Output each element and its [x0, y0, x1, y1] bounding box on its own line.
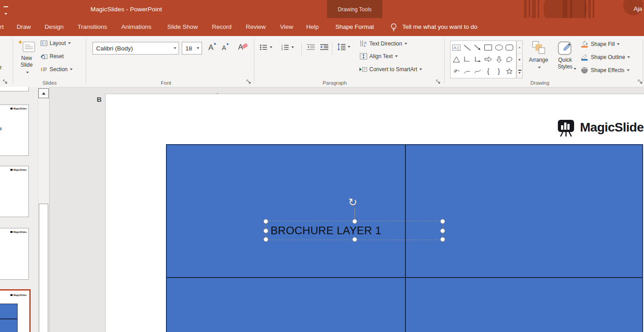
paragraph-dialog-launcher-icon[interactable] — [436, 79, 441, 85]
text-direction-button[interactable]: A Text Direction — [360, 40, 407, 47]
shrink-font-button[interactable]: A▼ — [222, 44, 226, 51]
shape-elbow-arrow-connector-icon[interactable] — [473, 54, 483, 65]
rotate-handle-icon[interactable]: ↻ — [348, 196, 357, 209]
thumbnail-scrollbar-thumb[interactable] — [39, 204, 48, 332]
resize-handle-bottom-center[interactable] — [352, 237, 357, 242]
shape-down-arrow-icon[interactable] — [494, 54, 504, 65]
shape-fill-icon — [581, 40, 589, 48]
account-user-name[interactable]: Aja — [634, 0, 642, 18]
grow-font-button[interactable]: A▲ — [208, 43, 213, 52]
textbox-selection[interactable]: ↻ BROCHURE LAYER 1 — [265, 221, 443, 240]
gallery-scroll-down-button[interactable]: ▼ — [517, 54, 522, 66]
increase-indent-button[interactable] — [320, 44, 328, 50]
shape-elbow-connector-icon[interactable] — [462, 54, 472, 65]
tab-record[interactable]: Record — [212, 18, 232, 36]
shape-curve-icon[interactable] — [473, 65, 483, 77]
shape-freeform-icon[interactable] — [505, 54, 515, 65]
gallery-scroll-up-button[interactable]: ▲ — [517, 41, 522, 54]
thumbnail-slide-partial[interactable] — [0, 87, 29, 91]
tab-view[interactable]: View — [280, 18, 293, 36]
shape-rounded-rectangle-icon[interactable] — [505, 42, 515, 53]
magicslides-logo-icon — [557, 118, 576, 137]
resize-handle-middle-left[interactable] — [263, 228, 268, 233]
convert-to-smartart-button[interactable]: Convert to SmartArt — [359, 66, 422, 73]
tab-review[interactable]: Review — [246, 18, 266, 36]
panel-divider[interactable] — [49, 87, 50, 332]
thumbnail-slide-1[interactable]: MagicSlides ith AI — [0, 105, 29, 156]
clipboard-dialog-launcher-icon[interactable] — [3, 79, 8, 85]
new-slide-button[interactable]: New Slide — [15, 40, 38, 75]
shape-textbox-icon[interactable]: A — [451, 42, 461, 53]
shape-right-brace-icon[interactable]: } — [494, 65, 504, 77]
thumbnail-slide-4-selected[interactable]: MagicSlides — [0, 289, 31, 332]
shape-right-arrow-icon[interactable] — [483, 54, 493, 65]
font-name-combobox[interactable]: Calibri (Body) — [92, 42, 179, 55]
section-button[interactable]: Section — [41, 66, 73, 73]
thumbnail-slide-3[interactable]: MagicSlides — [0, 228, 29, 280]
tab-shape-format[interactable]: Shape Format — [327, 18, 382, 36]
tab-draw[interactable]: Draw — [17, 18, 31, 36]
magicslides-logo-text: MagicSlides — [580, 120, 644, 135]
chevron-down-icon — [70, 68, 73, 70]
thumbnail-scroll-up-button[interactable] — [38, 88, 49, 98]
align-text-button[interactable]: Align Text — [360, 53, 398, 59]
numbering-button[interactable]: 123 — [281, 44, 294, 50]
arrow-up-icon — [42, 92, 46, 95]
tell-me-box[interactable]: Tell me what you want to do — [402, 18, 478, 36]
reset-button[interactable]: Reset — [41, 53, 64, 59]
resize-handle-bottom-left[interactable] — [263, 237, 268, 242]
tab-slide-show[interactable]: Slide Show — [167, 18, 198, 36]
tab-help[interactable]: Help — [306, 18, 319, 36]
line-spacing-button[interactable] — [337, 43, 350, 50]
chevron-down-icon — [405, 43, 407, 45]
powerpoint-window: MagicSlides - PowerPoint Drawing Tools A… — [0, 0, 644, 332]
chevron-down-icon — [174, 47, 176, 49]
chevron-down-icon — [395, 55, 398, 57]
clear-formatting-button[interactable]: A — [238, 43, 243, 51]
shape-effects-button[interactable]: Shape Effects — [581, 66, 630, 74]
resize-handle-top-left[interactable] — [263, 219, 268, 224]
thumbnail-logo-text: MagicSlides — [14, 168, 27, 171]
thumbnail-blue-rect — [0, 319, 18, 332]
shape-fill-button[interactable]: Shape Fill — [581, 40, 620, 48]
new-slide-icon — [18, 40, 36, 55]
shape-oval-icon[interactable] — [494, 42, 504, 53]
font-size-combobox[interactable]: 18 — [182, 42, 202, 55]
shape-triangle-icon[interactable] — [451, 54, 461, 65]
tab-transitions[interactable]: Transitions — [78, 18, 107, 36]
gallery-more-button[interactable]: ▼ — [517, 66, 522, 78]
tab-animations[interactable]: Animations — [121, 18, 152, 36]
quick-styles-button[interactable]: Quick Styles — [553, 41, 577, 72]
bullets-button[interactable] — [260, 44, 272, 50]
shape-left-brace-icon[interactable]: { — [483, 65, 493, 77]
layout-label: Layout — [50, 40, 66, 46]
tab-design[interactable]: Design — [45, 18, 64, 36]
shape-arc-icon[interactable] — [462, 65, 472, 77]
thumbnail-logo: MagicSlides — [10, 107, 27, 110]
lightbulb-icon — [390, 23, 398, 32]
chevron-down-icon — [574, 65, 576, 72]
resize-handle-bottom-right[interactable] — [440, 237, 445, 242]
resize-handle-middle-right[interactable] — [440, 228, 445, 233]
textbox-text[interactable]: BROCHURE LAYER 1 — [271, 224, 382, 237]
shape-rectangle-icon[interactable] — [483, 42, 493, 53]
bold-button[interactable]: B — [95, 96, 104, 103]
resize-handle-top-right[interactable] — [440, 219, 445, 224]
shape-arrow-icon[interactable] — [473, 42, 483, 53]
slide-canvas[interactable]: MagicSlides ↻ BROCHURE LAYER 1 — [105, 94, 644, 332]
align-text-icon — [360, 53, 367, 59]
arrange-button[interactable]: Arrange — [527, 41, 550, 70]
shape-line-icon[interactable] — [462, 42, 472, 53]
font-dialog-launcher-icon[interactable] — [246, 79, 252, 85]
shape-outline-button[interactable]: Shape Outline — [581, 53, 630, 61]
chevron-down-icon — [26, 68, 29, 75]
thumbnail-slide-2[interactable]: MagicSlides — [0, 166, 29, 217]
layout-button[interactable]: Layout — [41, 40, 71, 46]
shape-scribble-icon[interactable] — [451, 65, 461, 77]
decrease-indent-button[interactable] — [307, 44, 315, 50]
brochure-blue-panels[interactable]: ↻ BROCHURE LAYER 1 — [166, 144, 643, 332]
shape-star-icon[interactable] — [505, 65, 515, 77]
chevron-down-icon — [538, 64, 541, 70]
tab-insert-cropped[interactable]: rt — [0, 18, 4, 36]
resize-handle-top-center[interactable] — [352, 219, 357, 224]
